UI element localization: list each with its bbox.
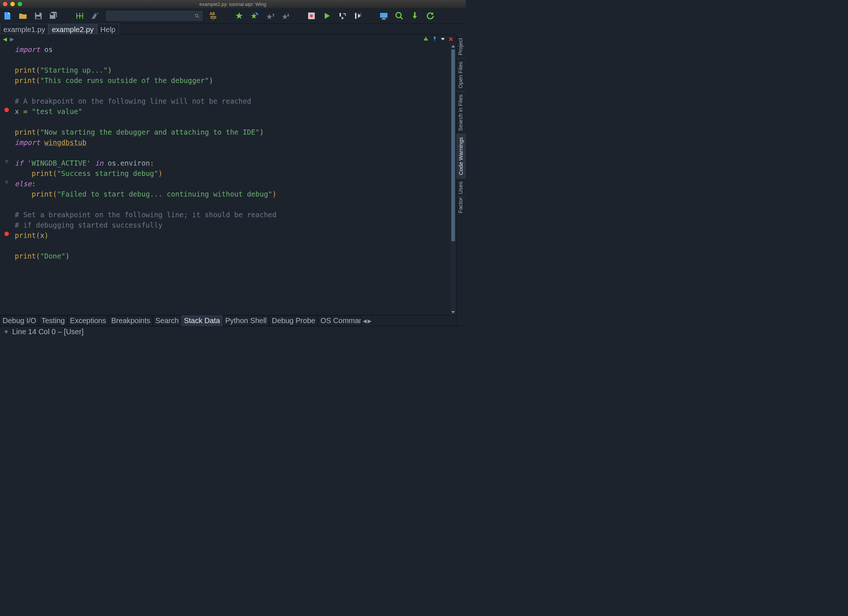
side-tab-search-in-files[interactable]: Search in Files bbox=[457, 91, 466, 134]
save-all-button[interactable] bbox=[49, 12, 58, 20]
svg-rect-1 bbox=[36, 16, 41, 19]
svg-rect-0 bbox=[36, 13, 40, 15]
side-tab-factoring[interactable]: Factoring bbox=[457, 197, 466, 216]
nav-forward-button[interactable]: ▶ bbox=[10, 36, 14, 42]
svg-rect-15 bbox=[425, 40, 426, 40]
save-button[interactable] bbox=[34, 12, 43, 20]
bottom-tab-exceptions[interactable]: Exceptions bbox=[68, 315, 109, 326]
bookmark-next-button[interactable] bbox=[281, 12, 290, 20]
warnings-icon[interactable] bbox=[423, 36, 428, 42]
zoom-window-button[interactable] bbox=[18, 2, 22, 6]
svg-point-3 bbox=[97, 13, 98, 14]
traffic-lights bbox=[3, 2, 22, 6]
bookmark-button[interactable] bbox=[235, 12, 243, 20]
bookmark-prev-button[interactable] bbox=[266, 12, 274, 20]
close-editor-button[interactable]: ✕ bbox=[448, 36, 453, 43]
goto-definition-button[interactable] bbox=[75, 12, 84, 20]
monitor-button[interactable] bbox=[380, 12, 388, 20]
side-tab-project[interactable]: Project bbox=[457, 35, 466, 58]
bottom-tab-stack-data[interactable]: Stack Data bbox=[181, 315, 222, 326]
bottom-tab-testing[interactable]: Testing bbox=[39, 315, 67, 326]
code-content[interactable]: import osprint("Starting up...")print("T… bbox=[13, 43, 450, 315]
svg-rect-2 bbox=[50, 13, 53, 15]
start-debug-button[interactable] bbox=[323, 12, 331, 20]
scrollbar-thumb[interactable] bbox=[451, 49, 455, 241]
side-tab-open-files[interactable]: Open Files bbox=[457, 58, 466, 92]
download-button[interactable] bbox=[410, 12, 419, 20]
stop-debug-button[interactable] bbox=[307, 12, 316, 20]
status-text: Line 14 Col 0 – [User] bbox=[12, 327, 83, 336]
editor-tab-example2-py[interactable]: example2.py bbox=[48, 24, 97, 34]
minimize-window-button[interactable] bbox=[10, 2, 15, 6]
svg-text:AB: AB bbox=[210, 12, 215, 16]
bottom-tab-debug-probe[interactable]: Debug Probe bbox=[269, 315, 318, 326]
new-file-button[interactable] bbox=[3, 12, 12, 20]
status-bar: ✷ Line 14 Col 0 – [User] bbox=[0, 326, 466, 337]
nav-back-button[interactable]: ◀ bbox=[3, 36, 7, 42]
side-tab-uses[interactable]: Uses bbox=[457, 178, 466, 197]
find-points-of-use-button[interactable] bbox=[91, 12, 99, 20]
bookmark-add-button[interactable] bbox=[250, 12, 259, 20]
svg-rect-12 bbox=[382, 19, 386, 19]
svg-point-4 bbox=[195, 14, 198, 16]
inspect-button[interactable] bbox=[395, 12, 404, 20]
bottom-tab-debug-i-o[interactable]: Debug I/O bbox=[0, 315, 39, 326]
editor-tab-Help[interactable]: Help bbox=[97, 24, 119, 34]
scroll-down-icon[interactable] bbox=[451, 310, 455, 314]
search-box[interactable] bbox=[106, 11, 202, 21]
step-into-button[interactable]: →I bbox=[353, 12, 362, 20]
bottom-tab-breakpoints[interactable]: Breakpoints bbox=[108, 315, 153, 326]
editor-gutter[interactable]: ▽▽ bbox=[0, 43, 13, 315]
editor-tabstrip: example1.pyexample2.pyHelp bbox=[0, 24, 466, 35]
open-file-button[interactable] bbox=[18, 12, 27, 20]
refresh-button[interactable] bbox=[426, 12, 435, 20]
svg-rect-14 bbox=[425, 38, 426, 39]
editor-mini-bar: ◀ ▶ ❤ ✕ bbox=[0, 35, 456, 43]
main-toolbar: AB →I bbox=[0, 8, 466, 24]
bottom-tab-search[interactable]: Search bbox=[153, 315, 181, 326]
vertical-scrollbar[interactable] bbox=[450, 43, 456, 315]
replace-button[interactable]: AB bbox=[209, 12, 218, 20]
right-sidebar-tabs: ProjectOpen FilesSearch in FilesCode War… bbox=[456, 35, 466, 326]
fold-toggle[interactable]: ▽ bbox=[0, 157, 13, 166]
svg-point-8 bbox=[310, 14, 313, 17]
bug-icon: ✷ bbox=[4, 328, 9, 335]
scroll-up-icon[interactable] bbox=[451, 44, 455, 49]
svg-text:→I: →I bbox=[357, 12, 362, 16]
bottom-tabs-scroll-right[interactable]: ▶ bbox=[368, 318, 372, 324]
breakpoint-marker[interactable] bbox=[0, 105, 13, 114]
fold-toggle[interactable]: ▽ bbox=[0, 178, 13, 187]
bottom-tabstrip: Debug I/OTestingExceptionsBreakpointsSea… bbox=[0, 315, 456, 326]
expand-icon[interactable]: ❤ bbox=[441, 37, 445, 42]
step-over-button[interactable] bbox=[338, 12, 347, 20]
breakpoint-marker[interactable] bbox=[0, 230, 13, 238]
pin-icon[interactable] bbox=[432, 36, 437, 42]
close-window-button[interactable] bbox=[3, 2, 7, 6]
svg-point-13 bbox=[396, 13, 401, 18]
search-icon bbox=[194, 13, 200, 18]
side-tab-code-warnings[interactable]: Code Warnings bbox=[457, 134, 466, 178]
bottom-tabs-scroll-left[interactable]: ◀ bbox=[363, 318, 367, 324]
bottom-tab-os-commands[interactable]: OS Commands bbox=[318, 315, 361, 326]
svg-rect-11 bbox=[382, 18, 385, 19]
svg-rect-10 bbox=[380, 13, 387, 18]
bottom-tab-python-shell[interactable]: Python Shell bbox=[222, 315, 269, 326]
editor-tab-example1-py[interactable]: example1.py bbox=[0, 24, 48, 34]
window-titlebar: example2.py: tutorial.wpr: Wing bbox=[0, 0, 466, 8]
code-editor[interactable]: ▽▽ import osprint("Starting up...")print… bbox=[0, 43, 456, 315]
window-title: example2.py: tutorial.wpr: Wing bbox=[0, 1, 466, 7]
